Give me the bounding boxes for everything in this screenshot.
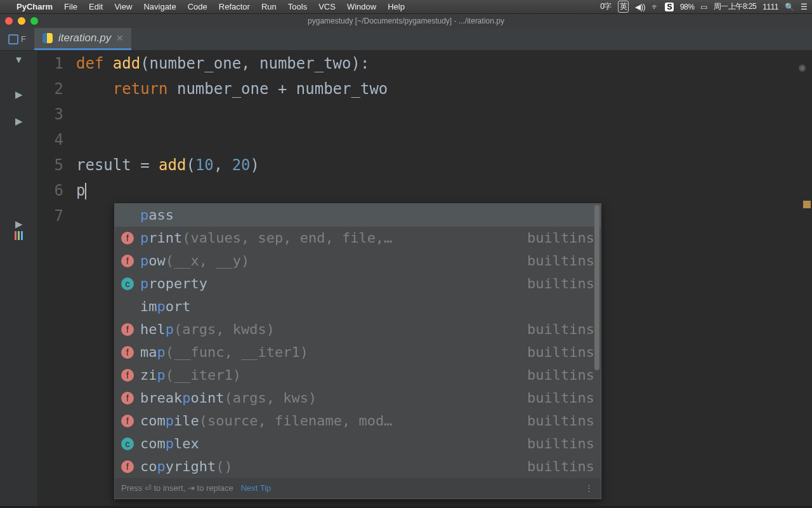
control-center-icon[interactable]: ☰ (801, 3, 808, 11)
autocomplete-label: copyright() (140, 454, 521, 478)
autocomplete-item[interactable]: import (115, 295, 601, 318)
status-ime4[interactable]: 英 (618, 1, 629, 13)
minimize-window-button[interactable] (18, 17, 25, 25)
battery-percent: 98% (680, 3, 695, 11)
function-badge-icon: f (121, 346, 134, 359)
status-extra: 1111 (763, 3, 778, 11)
project-tool-tab[interactable]: F (0, 28, 34, 50)
close-window-button[interactable] (5, 17, 13, 25)
line-number: 3 (38, 102, 76, 127)
autocomplete-item[interactable]: pass (115, 204, 601, 227)
autocomplete-item[interactable]: fmap(__func, __iter1)builtins (115, 341, 601, 364)
coverage-icon[interactable] (15, 231, 23, 240)
function-badge-icon: f (121, 369, 134, 382)
menubar-app-name[interactable]: PyCharm (16, 2, 53, 11)
code-line[interactable]: 3 (38, 102, 812, 127)
function-badge-icon: f (121, 255, 134, 267)
code-line[interactable]: 5result = add(10, 20) (38, 152, 812, 178)
code-line[interactable]: 4 (38, 127, 812, 152)
autocomplete-item[interactable]: fpow(__x, __y)builtins (115, 250, 601, 272)
autocomplete-list: passfprint(values, sep, end, file,…built… (115, 204, 601, 478)
autocomplete-item[interactable]: cpropertybuiltins (115, 272, 601, 295)
autocomplete-label: pass (140, 204, 588, 228)
line-number: 5 (38, 152, 76, 178)
menu-code[interactable]: Code (188, 2, 207, 11)
autocomplete-scrollbar[interactable] (594, 205, 599, 370)
autocomplete-origin: builtins (527, 431, 594, 457)
code-content[interactable]: result = add(10, 20) (76, 152, 812, 178)
menu-edit[interactable]: Edit (89, 2, 103, 11)
autocomplete-label: complex (140, 431, 521, 457)
zoom-window-button[interactable] (30, 17, 38, 25)
autocomplete-label: print(values, sep, end, file,… (140, 225, 521, 251)
autocomplete-label: import (140, 294, 588, 319)
autocomplete-origin: builtins (527, 340, 594, 365)
code-content[interactable]: return number_one + number_two (76, 76, 812, 102)
code-content[interactable]: def add(number_one, number_two): (76, 51, 812, 76)
autocomplete-label: map(__func, __iter1) (140, 340, 521, 365)
code-line[interactable]: 6p (38, 178, 812, 203)
traffic-lights (5, 17, 38, 25)
autocomplete-hint: Press ⏎ to insert, ⇥ to replace (121, 476, 233, 501)
code-content[interactable]: p (76, 178, 812, 203)
autocomplete-origin: builtins (527, 317, 594, 342)
autocomplete-label: help(args, kwds) (140, 317, 521, 342)
autocomplete-origin: builtins (527, 225, 594, 251)
autocomplete-label: breakpoint(args, kws) (140, 385, 521, 411)
code-line[interactable]: 2 return number_one + number_two (38, 76, 812, 102)
autocomplete-item[interactable]: fcopyright()builtins (115, 455, 601, 478)
menu-window[interactable]: Window (347, 2, 376, 11)
autocomplete-origin: builtins (527, 385, 594, 411)
autocomplete-origin: builtins (527, 363, 594, 388)
autocomplete-label: zip(__iter1) (140, 363, 521, 388)
autocomplete-origin: builtins (527, 248, 594, 274)
autocomplete-item[interactable]: fprint(values, sep, end, file,…builtins (115, 227, 601, 250)
editor-tabbar: F iteration.py ✕ (0, 28, 812, 51)
menu-run[interactable]: Run (261, 2, 277, 11)
keyword-badge-icon (121, 209, 134, 222)
menu-help[interactable]: Help (388, 2, 405, 11)
spotlight-icon[interactable]: 🔍 (785, 3, 794, 11)
menu-tools[interactable]: Tools (288, 2, 307, 11)
menu-vcs[interactable]: VCS (318, 2, 336, 11)
file-tab-iteration[interactable]: iteration.py ✕ (34, 28, 131, 50)
file-tab-label: iteration.py (58, 32, 111, 44)
menu-file[interactable]: File (64, 2, 77, 11)
menu-refactor[interactable]: Refactor (219, 2, 250, 11)
code-content[interactable] (76, 127, 812, 152)
menu-navigate[interactable]: Navigate (143, 2, 176, 11)
autocomplete-label: property (140, 271, 521, 297)
run-marker-icon-2[interactable]: ▶ (15, 116, 23, 127)
structure-collapse-icon[interactable]: ▼ (14, 54, 23, 65)
status-volume[interactable]: ◀)) (635, 3, 645, 11)
battery-icon: ▭ (700, 3, 707, 11)
autocomplete-item[interactable]: fcompile(source, filename, mod…builtins (115, 410, 601, 432)
autocomplete-item[interactable]: fbreakpoint(args, kws)builtins (115, 387, 601, 410)
function-badge-icon: f (121, 323, 134, 336)
autocomplete-origin: builtins (527, 408, 594, 434)
code-content[interactable] (76, 102, 812, 127)
code-editor[interactable]: ◉ 1def add(number_one, number_two):2 ret… (38, 51, 812, 508)
run-marker-icon-3[interactable]: ▶ (15, 218, 23, 230)
code-line[interactable]: 1def add(number_one, number_two): (38, 51, 812, 76)
wifi-icon[interactable]: ᯤ (652, 3, 659, 11)
autocomplete-item[interactable]: fhelp(args, kwds)builtins (115, 318, 601, 341)
autocomplete-item[interactable]: fzip(__iter1)builtins (115, 364, 601, 387)
menubar-status-area: 0字 英 ◀)) ᯤ S 98% ▭ 周一上午8:25 1111 🔍 ☰ (600, 1, 807, 13)
function-badge-icon: f (121, 460, 134, 473)
menu-view[interactable]: View (114, 2, 132, 11)
autocomplete-popup: passfprint(values, sep, end, file,…built… (114, 203, 601, 499)
status-ime1[interactable]: 0字 (600, 1, 612, 12)
status-datetime[interactable]: 周一上午8:25 (714, 1, 756, 12)
run-marker-icon[interactable]: ▶ (15, 89, 23, 100)
autocomplete-more-icon[interactable]: ⋮ (585, 476, 594, 501)
line-number: 7 (38, 203, 76, 229)
next-tip-link[interactable]: Next Tip (241, 476, 272, 501)
left-gutter-panel: ▼ ▶ ▶ ▶ (0, 51, 38, 508)
status-app-icon[interactable]: S (665, 3, 674, 11)
text-caret (85, 183, 86, 199)
autocomplete-item[interactable]: ccomplexbuiltins (115, 432, 601, 455)
close-tab-button[interactable]: ✕ (116, 33, 124, 43)
python-file-icon (42, 32, 53, 44)
line-number: 1 (38, 51, 76, 76)
